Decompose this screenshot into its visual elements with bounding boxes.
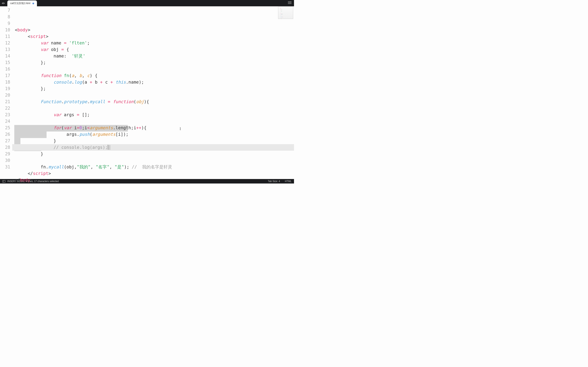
line-number: 21: [0, 99, 10, 105]
line-number: 15: [0, 59, 10, 66]
code-line[interactable]: var obj = {: [12, 46, 294, 53]
line-number: 7: [0, 7, 10, 14]
line-number: 18: [0, 79, 10, 85]
minimap[interactable]: ▬▬ ▬▬▬ ▬ ▬ ▬▬ ▬ ▬ ▬ ▬ ▬▬ ▬ ▬▬▬ ▬ ▬▬▬ ▬▬▬…: [278, 7, 293, 19]
code-line[interactable]: name: '轩灵': [12, 53, 294, 59]
line-number: 12: [0, 40, 10, 46]
line-number: 17: [0, 72, 10, 79]
line-number: 20: [0, 92, 10, 99]
code-line[interactable]: };: [12, 85, 294, 92]
line-number: 31: [0, 164, 10, 170]
tab-bar: call方法实现2.html: [0, 0, 294, 6]
line-number: 19: [0, 85, 10, 92]
line-number: 10: [0, 27, 10, 33]
code-line[interactable]: console.log(a + b + c + this.name);: [12, 79, 294, 85]
code-line[interactable]: [12, 92, 294, 99]
code-line[interactable]: for(var i=0;i<arguments.length;i++){: [12, 125, 294, 131]
status-tab-size[interactable]: Tab Size: 4: [268, 180, 280, 183]
code-line[interactable]: // console.log(args);: [12, 144, 294, 151]
line-number: 30: [0, 157, 10, 164]
code-line[interactable]: fn.mycall(obj,"我的", "名字", "是"); // 我的名字是…: [12, 164, 294, 170]
code-line[interactable]: [12, 66, 294, 72]
panel-icon[interactable]: [2, 180, 5, 183]
code-line[interactable]: <body>: [12, 27, 294, 33]
code-line[interactable]: };: [12, 59, 294, 66]
code-line[interactable]: [12, 105, 294, 111]
line-number: 27: [0, 138, 10, 144]
line-number: 25: [0, 125, 10, 131]
status-language[interactable]: HTML: [285, 180, 292, 183]
line-number: 26: [0, 131, 10, 138]
code-area[interactable]: ▬▬ ▬▬▬ ▬ ▬ ▬▬ ▬ ▬ ▬ ▬ ▬▬ ▬ ▬▬▬ ▬ ▬▬▬ ▬▬▬…: [12, 6, 294, 179]
tab-filename: call方法实现2.html: [10, 2, 30, 5]
code-line[interactable]: }: [12, 151, 294, 157]
menu-icon[interactable]: [288, 1, 292, 4]
line-number: 13: [0, 46, 10, 53]
line-number: 11: [0, 33, 10, 40]
mouse-cursor-icon: I: [180, 125, 181, 132]
nav-forward-icon[interactable]: [3, 2, 5, 4]
file-tab[interactable]: call方法实现2.html: [7, 0, 37, 6]
line-number: 28: [0, 144, 10, 151]
line-number-gutter: 7891011121314151617181920212223242526272…: [0, 6, 12, 179]
line-number: 23: [0, 111, 10, 118]
code-line[interactable]: var args = [];: [12, 111, 294, 118]
code-line[interactable]: [12, 118, 294, 125]
code-line[interactable]: args.push(arguments[i]);: [12, 131, 294, 138]
code-line[interactable]: Function.prototype.mycall = function(obj…: [12, 99, 294, 105]
dirty-indicator-icon: [33, 3, 34, 4]
line-number: 9: [0, 20, 10, 27]
line-number: 29: [0, 151, 10, 157]
line-number: 24: [0, 118, 10, 125]
code-line[interactable]: function fn(a, b, c) {: [12, 72, 294, 79]
code-line[interactable]: [12, 157, 294, 164]
nav-back-icon[interactable]: [2, 2, 3, 4]
code-line[interactable]: var name = 'flten';: [12, 40, 294, 46]
line-number: 8: [0, 14, 10, 20]
status-bar: INSERT MODE, 4 lines, 17 characters sele…: [0, 179, 294, 184]
code-line[interactable]: </script>: [12, 170, 294, 177]
code-line[interactable]: }: [12, 138, 294, 144]
line-number: 14: [0, 53, 10, 59]
nav-arrows: [0, 0, 7, 6]
line-number: 22: [0, 105, 10, 111]
editor: 7891011121314151617181920212223242526272…: [0, 6, 294, 179]
line-number: 16: [0, 66, 10, 72]
code-line[interactable]: <script>: [12, 33, 294, 40]
